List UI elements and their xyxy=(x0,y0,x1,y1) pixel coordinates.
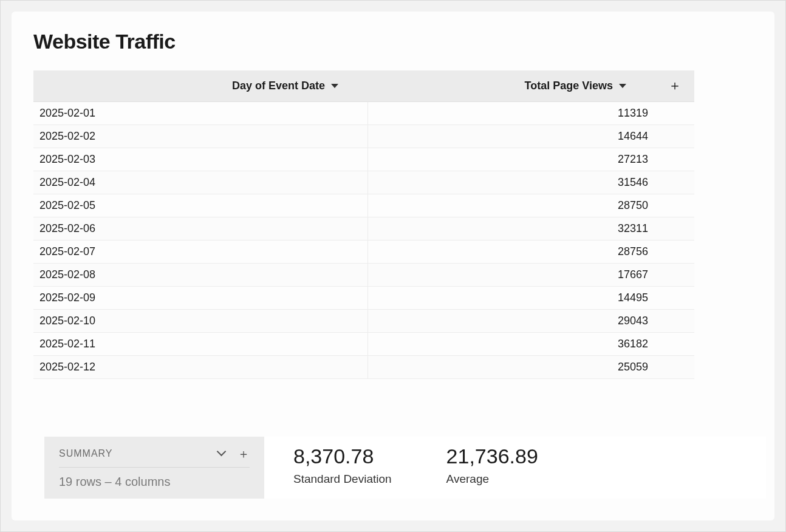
table-row[interactable]: 2025-02-0327213 xyxy=(33,148,694,171)
content-card: Website Traffic Day of Event Date xyxy=(12,12,774,520)
metric-label: Standard Deviation xyxy=(293,472,392,486)
metric-value: 8,370.78 xyxy=(293,445,392,468)
cell-views[interactable]: 36182 xyxy=(367,333,655,356)
cell-empty xyxy=(655,333,694,356)
data-table: Day of Event Date Total Page Views ＋ xyxy=(33,70,694,379)
column-header-date[interactable]: Day of Event Date xyxy=(33,70,367,102)
cell-empty xyxy=(655,264,694,287)
cell-date[interactable]: 2025-02-12 xyxy=(33,356,367,379)
cell-empty xyxy=(655,217,694,240)
table-row[interactable]: 2025-02-0914495 xyxy=(33,287,694,310)
add-column-button[interactable]: ＋ xyxy=(655,70,694,102)
column-header-date-label: Day of Event Date xyxy=(232,80,325,92)
summary-metrics: 8,370.78 Standard Deviation 21,736.89 Av… xyxy=(264,437,766,499)
cell-views[interactable]: 29043 xyxy=(367,310,655,333)
cell-date[interactable]: 2025-02-01 xyxy=(33,102,367,125)
cell-empty xyxy=(655,356,694,379)
table-row[interactable]: 2025-02-0431546 xyxy=(33,171,694,194)
cell-views[interactable]: 14495 xyxy=(367,287,655,310)
cell-empty xyxy=(655,125,694,148)
table-row[interactable]: 2025-02-1136182 xyxy=(33,333,694,356)
cell-date[interactable]: 2025-02-09 xyxy=(33,287,367,310)
cell-date[interactable]: 2025-02-07 xyxy=(33,240,367,264)
chevron-down-icon[interactable] xyxy=(218,449,227,458)
plus-icon[interactable]: ＋ xyxy=(238,448,250,460)
data-table-wrap: Day of Event Date Total Page Views ＋ xyxy=(33,70,694,379)
cell-date[interactable]: 2025-02-02 xyxy=(33,125,367,148)
caret-down-icon xyxy=(331,84,338,88)
cell-date[interactable]: 2025-02-06 xyxy=(33,217,367,240)
cell-views[interactable]: 25059 xyxy=(367,356,655,379)
page-title: Website Traffic xyxy=(33,30,753,53)
table-row[interactable]: 2025-02-0817667 xyxy=(33,264,694,287)
cell-views[interactable]: 27213 xyxy=(367,148,655,171)
cell-views[interactable]: 11319 xyxy=(367,102,655,125)
summary-panel: SUMMARY ＋ 19 rows – 4 columns xyxy=(44,437,264,499)
summary-subtext: 19 rows – 4 columns xyxy=(59,475,250,489)
metric-label: Average xyxy=(446,472,538,486)
table-row[interactable]: 2025-02-0528750 xyxy=(33,194,694,217)
cell-views[interactable]: 28750 xyxy=(367,194,655,217)
table-row[interactable]: 2025-02-1225059 xyxy=(33,356,694,379)
cell-views[interactable]: 17667 xyxy=(367,264,655,287)
metric-stddev: 8,370.78 Standard Deviation xyxy=(293,445,392,486)
cell-views[interactable]: 32311 xyxy=(367,217,655,240)
table-row[interactable]: 2025-02-1029043 xyxy=(33,310,694,333)
table-row[interactable]: 2025-02-0632311 xyxy=(33,217,694,240)
cell-empty xyxy=(655,148,694,171)
metric-average: 21,736.89 Average xyxy=(446,445,538,486)
cell-date[interactable]: 2025-02-03 xyxy=(33,148,367,171)
cell-empty xyxy=(655,240,694,264)
column-header-views[interactable]: Total Page Views xyxy=(367,70,655,102)
plus-icon: ＋ xyxy=(668,78,682,93)
cell-views[interactable]: 28756 xyxy=(367,240,655,264)
cell-date[interactable]: 2025-02-08 xyxy=(33,264,367,287)
metric-value: 21,736.89 xyxy=(446,445,538,468)
table-row[interactable]: 2025-02-0214644 xyxy=(33,125,694,148)
column-header-views-label: Total Page Views xyxy=(525,80,613,92)
cell-empty xyxy=(655,194,694,217)
summary-label: SUMMARY xyxy=(59,448,113,459)
cell-date[interactable]: 2025-02-05 xyxy=(33,194,367,217)
cell-empty xyxy=(655,102,694,125)
cell-empty xyxy=(655,287,694,310)
cell-date[interactable]: 2025-02-10 xyxy=(33,310,367,333)
cell-views[interactable]: 31546 xyxy=(367,171,655,194)
table-row[interactable]: 2025-02-0728756 xyxy=(33,240,694,264)
cell-views[interactable]: 14644 xyxy=(367,125,655,148)
cell-date[interactable]: 2025-02-04 xyxy=(33,171,367,194)
app-frame: Website Traffic Day of Event Date xyxy=(0,0,786,532)
caret-down-icon xyxy=(619,84,626,88)
cell-empty xyxy=(655,171,694,194)
summary-bar: SUMMARY ＋ 19 rows – 4 columns 8,370.78 S… xyxy=(44,437,766,499)
cell-empty xyxy=(655,310,694,333)
cell-date[interactable]: 2025-02-11 xyxy=(33,333,367,356)
table-row[interactable]: 2025-02-0111319 xyxy=(33,102,694,125)
